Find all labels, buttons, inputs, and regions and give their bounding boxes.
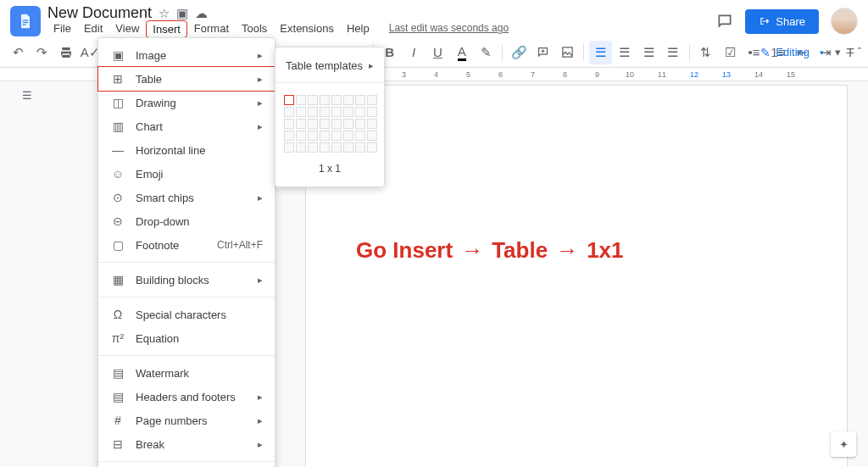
grid-cell[interactable] — [343, 107, 353, 117]
menu-item-table[interactable]: ⊞Table▸ — [97, 66, 275, 92]
grid-cell[interactable] — [296, 142, 306, 153]
grid-cell[interactable] — [320, 95, 330, 105]
arrow-icon: → — [461, 237, 483, 264]
grid-cell[interactable] — [331, 119, 342, 129]
menu-item-hline[interactable]: —Horizontal line — [98, 138, 275, 162]
grid-cell[interactable] — [296, 107, 306, 117]
grid-cell[interactable] — [343, 95, 353, 105]
footnote-icon: ▢ — [110, 238, 125, 252]
grid-cell[interactable] — [331, 142, 342, 153]
menu-item-emoji[interactable]: ☺Emoji — [98, 162, 275, 186]
text-color-icon[interactable]: A — [451, 41, 473, 64]
explore-button[interactable]: ✦ — [831, 431, 856, 457]
menu-item-watermark[interactable]: ▤Watermark — [98, 361, 275, 385]
toolbar-collapse-icon[interactable]: ˆ — [858, 46, 861, 58]
last-edit-link[interactable]: Last edit was seconds ago — [383, 20, 515, 38]
grid-cell[interactable] — [284, 119, 294, 129]
insert-comment-icon[interactable] — [532, 41, 554, 64]
comment-history-icon[interactable] — [716, 13, 733, 30]
move-icon[interactable]: ▣ — [176, 6, 188, 21]
menu-view[interactable]: View — [109, 20, 145, 38]
menu-item-chart[interactable]: ▥Chart▸ — [98, 114, 275, 138]
grid-cell[interactable] — [284, 107, 294, 117]
menu-item-drawing[interactable]: ◫Drawing▸ — [98, 91, 275, 114]
grid-cell[interactable] — [308, 142, 318, 153]
grid-cell[interactable] — [308, 95, 318, 105]
grid-cell[interactable] — [284, 95, 294, 105]
grid-cell[interactable] — [367, 142, 377, 153]
grid-cell[interactable] — [308, 107, 318, 117]
menu-item-dropdown[interactable]: ⊝Drop-down — [98, 209, 275, 233]
align-justify-icon[interactable]: ☰ — [661, 41, 683, 64]
document-title[interactable]: New Document — [47, 4, 152, 22]
menu-item-table-templates[interactable]: Table templates ▸ — [275, 54, 384, 77]
grid-cell[interactable] — [320, 131, 330, 141]
grid-cell[interactable] — [367, 131, 377, 141]
insert-link-icon[interactable]: 🔗 — [508, 41, 530, 64]
menu-item-smartchips[interactable]: ⊙Smart chips▸ — [98, 186, 275, 209]
toolbar-chevron-icon[interactable]: ▾ — [835, 46, 841, 58]
docs-logo[interactable] — [10, 6, 41, 36]
grid-cell[interactable] — [331, 131, 342, 141]
grid-cell[interactable] — [320, 142, 330, 153]
menu-item-equation[interactable]: π²Equation — [98, 326, 275, 350]
menu-insert[interactable]: Insert — [146, 20, 187, 38]
grid-cell[interactable] — [308, 131, 318, 141]
outline-icon[interactable]: ☰ — [17, 85, 37, 105]
menu-format[interactable]: Format — [188, 20, 235, 38]
avatar[interactable] — [831, 8, 858, 35]
undo-icon[interactable]: ↶ — [7, 41, 29, 64]
grid-cell[interactable] — [355, 131, 365, 141]
editing-mode-button[interactable]: ✎ Editing ▾ — [760, 46, 824, 59]
align-left-icon[interactable]: ☰ — [589, 41, 611, 64]
menu-file[interactable]: File — [47, 20, 77, 38]
menu-item-buildingblocks[interactable]: ▦Building blocks▸ — [98, 268, 275, 292]
cloud-icon[interactable]: ☁ — [195, 6, 208, 21]
grid-cell[interactable] — [308, 119, 318, 129]
grid-cell[interactable] — [343, 142, 353, 153]
italic-icon[interactable]: I — [403, 41, 425, 64]
checklist-icon[interactable]: ☑ — [719, 41, 741, 64]
insert-image-icon[interactable] — [556, 41, 578, 64]
menu-tools[interactable]: Tools — [236, 20, 273, 38]
table-grid-picker[interactable] — [275, 88, 384, 159]
grid-cell[interactable] — [331, 95, 342, 105]
grid-cell[interactable] — [355, 107, 365, 117]
menu-item-image[interactable]: ▣Image▸ — [98, 43, 275, 67]
menu-item-footnote[interactable]: ▢FootnoteCtrl+Alt+F — [98, 233, 275, 257]
share-button[interactable]: Share — [745, 9, 819, 34]
print-icon[interactable] — [55, 41, 77, 64]
menu-extensions[interactable]: Extensions — [274, 20, 340, 38]
menu-edit[interactable]: Edit — [78, 20, 108, 38]
redo-icon[interactable]: ↷ — [31, 41, 53, 64]
grid-cell[interactable] — [296, 131, 306, 141]
svg-rect-3 — [563, 47, 572, 57]
star-icon[interactable]: ☆ — [159, 6, 170, 21]
grid-cell[interactable] — [296, 119, 306, 129]
grid-cell[interactable] — [343, 131, 353, 141]
grid-cell[interactable] — [367, 107, 377, 117]
grid-cell[interactable] — [320, 107, 330, 117]
highlight-icon[interactable]: ✎ — [475, 41, 497, 64]
menu-item-break[interactable]: ⊟Break▸ — [98, 432, 275, 456]
grid-cell[interactable] — [284, 142, 294, 153]
grid-cell[interactable] — [343, 119, 353, 129]
grid-cell[interactable] — [331, 107, 342, 117]
underline-icon[interactable]: U — [426, 41, 448, 64]
grid-cell[interactable] — [355, 142, 365, 153]
grid-cell[interactable] — [320, 119, 330, 129]
menu-item-headers[interactable]: ▤Headers and footers▸ — [98, 385, 275, 409]
align-center-icon[interactable]: ☰ — [614, 41, 636, 64]
line-spacing-icon[interactable]: ⇅ — [695, 41, 717, 64]
menu-item-pagenumbers[interactable]: #Page numbers▸ — [98, 409, 275, 432]
grid-cell[interactable] — [367, 119, 377, 129]
grid-cell[interactable] — [355, 119, 365, 129]
menu-help[interactable]: Help — [341, 20, 376, 38]
menu-item-specialchars[interactable]: ΩSpecial characters — [98, 303, 275, 326]
grid-cell[interactable] — [296, 95, 306, 105]
grid-cell[interactable] — [367, 95, 377, 105]
align-right-icon[interactable]: ☰ — [637, 41, 659, 64]
document-page[interactable] — [305, 85, 848, 467]
grid-cell[interactable] — [284, 131, 294, 141]
grid-cell[interactable] — [355, 95, 365, 105]
